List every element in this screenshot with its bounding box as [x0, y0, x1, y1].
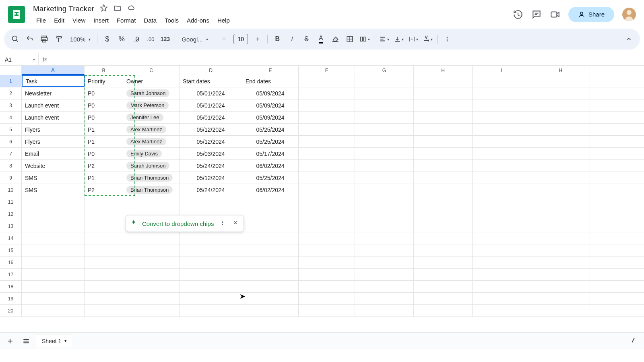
cell[interactable] — [180, 196, 242, 208]
cell[interactable] — [355, 196, 414, 208]
cell[interactable]: Sarah Johnson — [123, 160, 180, 172]
cell[interactable]: Mark Peterson — [123, 99, 180, 111]
sheet-tab[interactable]: Sheet 1 ▾ — [36, 335, 72, 348]
cell[interactable] — [531, 305, 590, 316]
cell[interactable] — [123, 293, 180, 304]
cell[interactable]: Email — [22, 148, 85, 159]
cell[interactable] — [85, 232, 123, 244]
cell[interactable] — [414, 148, 473, 159]
toast-more-icon[interactable] — [219, 219, 227, 228]
cell[interactable] — [531, 124, 590, 135]
zoom-select[interactable]: 100% — [67, 34, 94, 44]
cell[interactable] — [22, 257, 85, 268]
strikethrough-icon[interactable]: S — [300, 33, 313, 46]
cell[interactable] — [473, 244, 531, 256]
cell[interactable] — [531, 160, 590, 172]
people-chip[interactable]: Brian Thompson — [126, 186, 173, 194]
menu-file[interactable]: File — [33, 16, 49, 25]
more-formats-icon[interactable]: 123 — [159, 33, 171, 46]
row-header[interactable]: 19 — [0, 293, 22, 304]
cell[interactable]: Launch event — [22, 99, 85, 111]
cell[interactable]: 05/24/2024 — [180, 160, 242, 172]
people-chip[interactable]: Sarah Johnson — [126, 162, 169, 170]
cell[interactable] — [242, 196, 299, 208]
cell[interactable]: P0 — [85, 99, 123, 111]
cell[interactable] — [355, 305, 414, 316]
cell[interactable] — [414, 220, 473, 232]
people-chip[interactable]: Brian Thompson — [126, 174, 173, 182]
name-box[interactable]: A1 — [0, 54, 39, 65]
cell[interactable] — [123, 244, 180, 256]
sheets-logo[interactable] — [8, 6, 25, 23]
cell[interactable] — [355, 269, 414, 280]
folder-move-icon[interactable] — [114, 4, 122, 14]
cell[interactable] — [180, 257, 242, 268]
cell[interactable]: 05/24/2024 — [180, 184, 242, 196]
cell[interactable] — [299, 244, 355, 256]
cell[interactable]: Priority — [85, 75, 123, 87]
more-toolbar-icon[interactable] — [441, 33, 454, 46]
cell[interactable]: P0 — [85, 112, 123, 123]
cell[interactable] — [414, 244, 473, 256]
row-header[interactable]: 4 — [0, 112, 22, 123]
people-chip[interactable]: Alex Martinez — [126, 126, 166, 133]
text-rotate-icon[interactable] — [421, 33, 434, 46]
cell[interactable] — [299, 281, 355, 292]
cell[interactable]: P1 — [85, 172, 123, 184]
cell[interactable] — [299, 87, 355, 99]
cell[interactable] — [180, 269, 242, 280]
cell[interactable] — [414, 196, 473, 208]
cell[interactable] — [473, 220, 531, 232]
cell[interactable] — [355, 172, 414, 184]
cell[interactable] — [123, 257, 180, 268]
cell[interactable] — [414, 232, 473, 244]
cell[interactable] — [414, 99, 473, 111]
cell[interactable] — [355, 75, 414, 87]
cell[interactable]: SMS — [22, 172, 85, 184]
doc-title[interactable]: Marketing Tracker — [33, 4, 94, 13]
cell[interactable]: Brian Thompson — [123, 172, 180, 184]
horizontal-align-icon[interactable] — [378, 33, 390, 46]
cell[interactable]: Emily Davis — [123, 148, 180, 159]
cell[interactable]: SMS — [22, 184, 85, 196]
cell[interactable]: Flyers — [22, 136, 85, 147]
cell[interactable] — [531, 244, 590, 256]
row-header[interactable]: 6 — [0, 136, 22, 147]
col-header[interactable]: H — [414, 66, 473, 75]
people-chip[interactable]: Mark Peterson — [126, 101, 169, 109]
people-chip[interactable]: Sarah Johnson — [126, 89, 169, 97]
cell[interactable] — [473, 269, 531, 280]
cell[interactable] — [473, 184, 531, 196]
cell[interactable] — [414, 184, 473, 196]
cell[interactable] — [473, 148, 531, 159]
cell[interactable] — [22, 196, 85, 208]
explore-icon[interactable] — [629, 336, 638, 346]
cell[interactable] — [123, 305, 180, 316]
cell[interactable] — [242, 244, 299, 256]
menu-addons[interactable]: Add-ons — [184, 16, 213, 25]
meet-icon[interactable] — [550, 9, 560, 20]
cell[interactable] — [299, 75, 355, 87]
cell[interactable] — [531, 196, 590, 208]
cell[interactable]: 05/01/2024 — [180, 87, 242, 99]
cell[interactable] — [531, 99, 590, 111]
cell[interactable] — [473, 232, 531, 244]
cell[interactable] — [414, 112, 473, 123]
cell[interactable] — [531, 75, 590, 87]
cell[interactable] — [180, 293, 242, 304]
cell[interactable] — [299, 160, 355, 172]
row-header[interactable]: 2 — [0, 87, 22, 99]
cell[interactable] — [531, 293, 590, 304]
row-header[interactable]: 15 — [0, 244, 22, 256]
cell[interactable] — [531, 232, 590, 244]
cell[interactable] — [242, 305, 299, 316]
merge-cells-icon[interactable] — [358, 33, 371, 46]
cell[interactable]: Owner — [123, 75, 180, 87]
font-select[interactable]: Googl... — [178, 34, 211, 44]
cell[interactable] — [22, 269, 85, 280]
cell[interactable] — [355, 293, 414, 304]
cell[interactable] — [414, 257, 473, 268]
row-header[interactable]: 9 — [0, 172, 22, 184]
font-size-decrease[interactable]: − — [217, 33, 230, 46]
cell[interactable] — [123, 232, 180, 244]
